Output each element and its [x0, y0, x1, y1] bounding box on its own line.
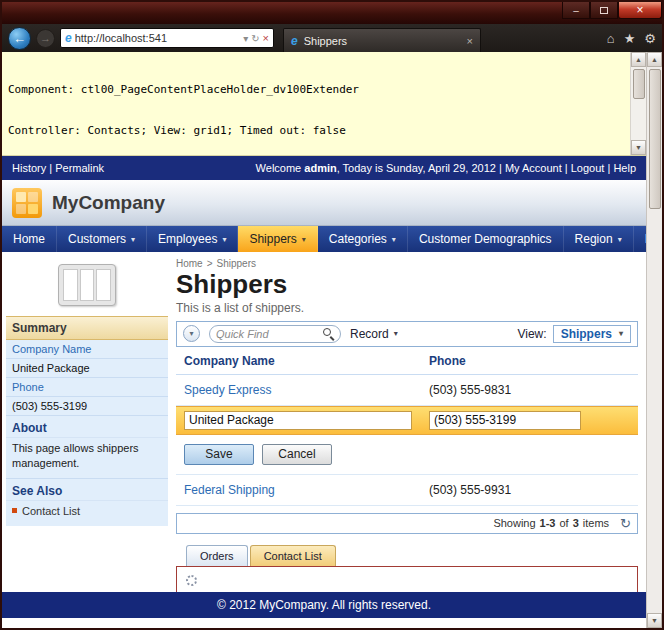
site-header: MyCompany: [2, 180, 646, 226]
phone-cell: (503) 555-9931: [429, 483, 630, 497]
refresh-icon[interactable]: ↻: [620, 516, 631, 531]
grid-row-speedy-express[interactable]: Speedy Express (503) 555-9831: [176, 375, 638, 406]
company-name-label[interactable]: Company Name: [12, 343, 91, 355]
home-icon[interactable]: ⌂: [607, 31, 615, 46]
pager-text: of: [560, 517, 569, 529]
debug-scrollbar-thumb[interactable]: [633, 69, 645, 99]
tab-contact-list[interactable]: Contact List: [250, 545, 336, 566]
sidebar-about-text: This page allows shippers management.: [6, 438, 168, 479]
scroll-up-icon[interactable]: ▲: [631, 52, 646, 67]
tab-close-icon[interactable]: ×: [467, 35, 473, 47]
debug-panel-scrollbar[interactable]: ▲ ▼: [630, 52, 646, 155]
pager-bar: Showing 1-3 of 3 items ↻: [176, 513, 638, 534]
menu-item-shippers[interactable]: Shippers▾: [238, 226, 317, 252]
sidebar-about-header: About: [6, 416, 168, 438]
scroll-up-icon[interactable]: ▲: [647, 52, 662, 67]
tab-title: Shippers: [304, 35, 347, 47]
page-bottom-space: [2, 618, 646, 628]
menu-item-home[interactable]: Home: [2, 226, 57, 252]
address-bar[interactable]: e http://localhost:541 ▾ ↻ ×: [60, 28, 274, 48]
maximize-button[interactable]: [590, 2, 618, 19]
sidebar-image-box: [6, 256, 168, 316]
separator: |: [49, 162, 52, 174]
permalink-link[interactable]: Permalink: [55, 162, 104, 174]
forward-button[interactable]: →: [36, 29, 55, 48]
debug-error-panel: Component: ctl00_PageContentPlaceHolder_…: [2, 52, 646, 156]
web-page: Component: ctl00_PageContentPlaceHolder_…: [2, 52, 646, 628]
menu-item-customers[interactable]: Customers▾: [57, 226, 147, 252]
toolbar-menu-button[interactable]: ▾: [183, 325, 200, 342]
window-titlebar: – ×: [2, 2, 662, 24]
view-label: View:: [517, 327, 546, 341]
minimize-button[interactable]: –: [562, 2, 590, 19]
menu-item-reports[interactable]: Re: [634, 226, 646, 252]
autocomplete-dropdown-icon[interactable]: ▾: [243, 33, 248, 44]
membership-bar-left: History | Permalink: [12, 162, 104, 174]
browser-scrollbar[interactable]: ▲ ▼: [646, 52, 662, 628]
company-name-link[interactable]: Speedy Express: [184, 383, 271, 397]
debug-error-text: Component: ctl00_PageContentPlaceHolder_…: [2, 52, 630, 155]
company-name-input[interactable]: [184, 411, 412, 430]
scroll-down-icon[interactable]: ▼: [631, 140, 646, 155]
browser-window: – × ← → e http://localhost:541 ▾ ↻ × e S…: [0, 0, 664, 630]
cancel-button[interactable]: Cancel: [262, 444, 332, 465]
record-menu[interactable]: Record ▾: [350, 327, 398, 341]
history-link[interactable]: History: [12, 162, 46, 174]
view-dropdown[interactable]: Shippers ▾: [553, 325, 631, 343]
menu-item-employees[interactable]: Employees▾: [147, 226, 238, 252]
contact-list-link[interactable]: Contact List: [22, 505, 80, 517]
maximize-icon: [600, 7, 608, 14]
phone-cell: (503) 555-9831: [429, 383, 630, 397]
back-arrow-icon: ←: [13, 31, 26, 46]
pager-text: Showing: [493, 517, 535, 529]
search-icon[interactable]: [323, 328, 334, 339]
phone-input[interactable]: [429, 411, 581, 430]
stop-icon[interactable]: ×: [263, 32, 269, 44]
chevron-down-icon: ▾: [618, 235, 622, 244]
tab-favicon: e: [291, 35, 298, 47]
child-view-tabs: Orders Contact List: [186, 545, 638, 566]
chevron-down-icon: ▾: [302, 235, 306, 244]
mycompany-logo-icon: [12, 188, 42, 218]
welcome-text: Welcome: [256, 162, 305, 174]
logout-link[interactable]: Logout: [571, 162, 605, 174]
close-window-button[interactable]: ×: [618, 2, 662, 19]
back-button[interactable]: ←: [8, 27, 31, 50]
breadcrumb-home[interactable]: Home: [176, 258, 203, 269]
tab-orders[interactable]: Orders: [186, 545, 248, 566]
menu-item-customer-demographics[interactable]: Customer Demographics: [408, 226, 564, 252]
quick-find-box[interactable]: [209, 325, 341, 343]
favorites-star-icon[interactable]: ★: [624, 31, 636, 46]
tools-gear-icon[interactable]: ⚙: [644, 31, 656, 46]
column-header-phone[interactable]: Phone: [429, 354, 630, 368]
scroll-down-icon[interactable]: ▼: [647, 613, 662, 628]
menu-label: Shippers: [249, 232, 296, 246]
my-account-link[interactable]: My Account: [505, 162, 562, 174]
help-link[interactable]: Help: [613, 162, 636, 174]
scrollbar-thumb[interactable]: [649, 69, 661, 209]
menu-item-region[interactable]: Region▾: [564, 226, 634, 252]
company-name-link[interactable]: Federal Shipping: [184, 483, 275, 497]
browser-tab-shippers[interactable]: e Shippers ×: [283, 28, 481, 52]
separator: |: [607, 162, 610, 174]
view-selector-area: View: Shippers ▾: [517, 325, 631, 343]
breadcrumb-current: Shippers: [217, 258, 256, 269]
grid-row-federal-shipping[interactable]: Federal Shipping (503) 555-9931: [176, 475, 638, 506]
summary-field-label: Company Name: [6, 340, 168, 359]
column-header-company-name[interactable]: Company Name: [184, 354, 429, 368]
shippers-grid: Company Name Phone Speedy Express (503) …: [176, 347, 638, 506]
membership-bar-right: Welcome admin, Today is Sunday, April 29…: [256, 162, 636, 174]
forward-arrow-icon: →: [40, 32, 51, 44]
close-icon: ×: [636, 3, 643, 17]
menu-item-categories[interactable]: Categories▾: [318, 226, 408, 252]
quick-find-input[interactable]: [216, 328, 323, 340]
url-text[interactable]: http://localhost:541: [75, 32, 240, 44]
bullet-icon: [12, 508, 17, 513]
phone-label[interactable]: Phone: [12, 381, 44, 393]
copyright-text: © 2012 MyCompany. All rights reserved.: [217, 598, 431, 612]
refresh-page-icon[interactable]: ↻: [251, 33, 259, 44]
browser-action-icons: ⌂ ★ ⚙: [607, 31, 656, 46]
sidebar-item-contact-list[interactable]: Contact List: [6, 501, 168, 526]
pager-text: items: [583, 517, 609, 529]
save-button[interactable]: Save: [184, 444, 254, 465]
